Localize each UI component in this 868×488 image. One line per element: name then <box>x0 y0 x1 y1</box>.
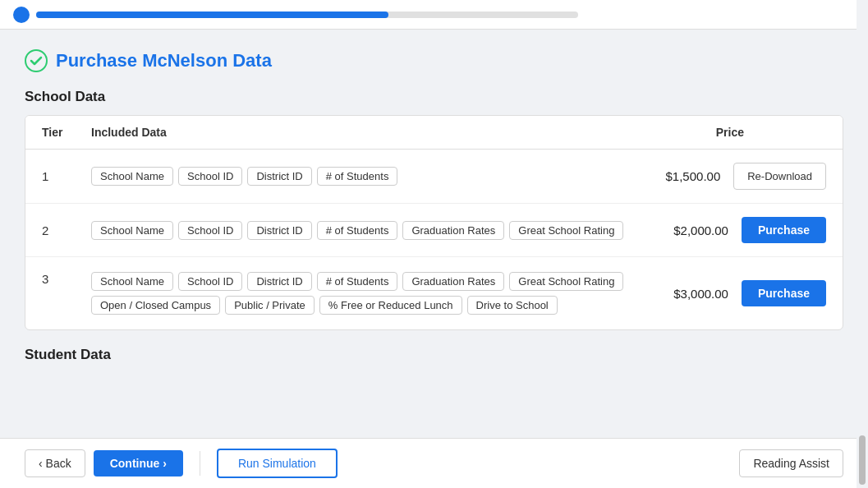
progress-bar-container <box>36 12 578 18</box>
tag-free-reduced-lunch: % Free or Reduced Lunch <box>319 296 462 315</box>
tag-district-id: District ID <box>247 167 311 186</box>
tag-great-school-rating: Great School Rating <box>509 272 623 291</box>
footer-bar: ‹ Back Continue › Run Simulation Reading… <box>0 438 868 457</box>
tier3-price-action: $3,000.00 Purchase <box>629 280 826 306</box>
col-header-tier: Tier <box>42 126 91 139</box>
tier2-price: $2,000.00 <box>673 223 728 237</box>
tag-graduation-rates: Graduation Rates <box>402 221 504 240</box>
scroll-indicator[interactable] <box>857 0 868 457</box>
check-circle-icon <box>25 49 48 72</box>
continue-button[interactable]: Continue › <box>94 450 183 457</box>
tier-number: 3 <box>42 272 91 286</box>
tier2-tags: School Name School ID District ID # of S… <box>91 221 629 240</box>
purchase-button-tier3[interactable]: Purchase <box>742 280 826 306</box>
tier1-price: $1,500.00 <box>666 169 721 183</box>
tag-num-students: # of Students <box>317 167 398 186</box>
reading-assist-button[interactable]: Reading Assist <box>739 449 843 457</box>
main-content: Purchase McNelson Data School Data Tier … <box>0 30 868 457</box>
tier1-tags: School Name School ID District ID # of S… <box>91 167 629 186</box>
table-row: 2 School Name School ID District ID # of… <box>25 204 843 257</box>
col-header-price: Price <box>629 126 826 139</box>
footer-divider <box>200 451 200 457</box>
tag-public-private: Public / Private <box>225 296 315 315</box>
school-data-table: Tier Included Data Price 1 School Name S… <box>25 115 843 330</box>
tag-great-school-rating: Great School Rating <box>509 221 623 240</box>
tag-district-id: District ID <box>247 221 311 240</box>
table-row: 3 School Name School ID District ID # of… <box>25 257 843 329</box>
progress-bar-fill <box>36 12 388 18</box>
svg-point-0 <box>25 50 47 71</box>
page-title-row: Purchase McNelson Data <box>25 49 843 72</box>
back-button[interactable]: ‹ Back <box>25 449 85 457</box>
tag-school-id: School ID <box>178 272 242 291</box>
tag-school-name: School Name <box>91 221 173 240</box>
blue-dot <box>13 7 30 23</box>
tier-number: 2 <box>42 223 91 237</box>
tier3-tags: School Name School ID District ID # of S… <box>91 272 629 315</box>
tier3-price: $3,000.00 <box>673 287 728 301</box>
tag-school-id: School ID <box>178 221 242 240</box>
page-title: Purchase McNelson Data <box>56 50 272 71</box>
tag-school-name: School Name <box>91 272 173 291</box>
tier1-price-action: $1,500.00 Re-Download <box>629 163 826 190</box>
run-simulation-button[interactable]: Run Simulation <box>217 449 338 457</box>
top-bar <box>0 0 868 30</box>
tier-number: 1 <box>42 169 91 183</box>
tier2-price-action: $2,000.00 Purchase <box>629 217 826 243</box>
school-data-section-label: School Data <box>25 89 843 105</box>
tag-school-name: School Name <box>91 167 173 186</box>
table-row: 1 School Name School ID District ID # of… <box>25 150 843 204</box>
purchase-button-tier2[interactable]: Purchase <box>742 217 826 243</box>
table-header: Tier Included Data Price <box>25 116 843 150</box>
scroll-thumb <box>859 435 866 457</box>
tag-drive-to-school: Drive to School <box>467 296 558 315</box>
tag-num-students: # of Students <box>317 272 398 291</box>
col-header-included: Included Data <box>91 126 629 139</box>
tag-open-closed-campus: Open / Closed Campus <box>91 296 220 315</box>
tag-school-id: School ID <box>178 167 242 186</box>
tag-graduation-rates: Graduation Rates <box>402 272 504 291</box>
student-data-section-label: Student Data <box>25 347 843 363</box>
tag-district-id: District ID <box>247 272 311 291</box>
tag-num-students: # of Students <box>317 221 398 240</box>
redownload-button[interactable]: Re-Download <box>733 163 826 190</box>
